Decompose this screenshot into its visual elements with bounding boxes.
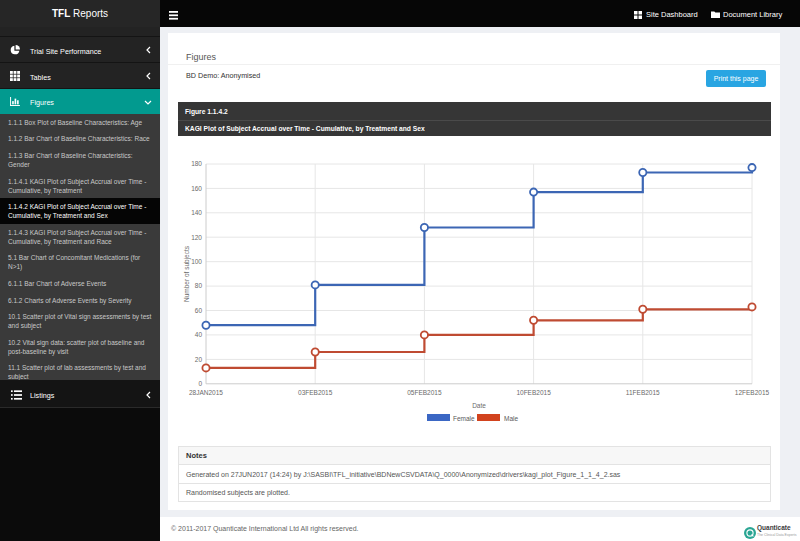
svg-text:Male: Male xyxy=(504,415,518,422)
svg-text:28JAN2015: 28JAN2015 xyxy=(189,389,223,396)
svg-text:03FEB2015: 03FEB2015 xyxy=(298,389,333,396)
svg-text:20: 20 xyxy=(195,356,203,363)
svg-text:140: 140 xyxy=(191,209,202,216)
svg-text:Number of subjects: Number of subjects xyxy=(183,245,191,302)
svg-text:0: 0 xyxy=(198,380,202,387)
svg-text:Date: Date xyxy=(472,402,486,409)
svg-text:100: 100 xyxy=(191,258,202,265)
svg-text:160: 160 xyxy=(191,185,202,192)
svg-text:05FEB2015: 05FEB2015 xyxy=(407,389,442,396)
svg-text:10FEB2015: 10FEB2015 xyxy=(516,389,551,396)
svg-text:120: 120 xyxy=(191,234,202,241)
svg-text:80: 80 xyxy=(195,282,203,289)
svg-text:180: 180 xyxy=(191,160,202,167)
svg-text:Female: Female xyxy=(453,415,475,422)
svg-text:60: 60 xyxy=(195,307,203,314)
svg-text:12FEB2015: 12FEB2015 xyxy=(735,389,770,396)
svg-text:11FEB2015: 11FEB2015 xyxy=(626,389,660,396)
svg-text:40: 40 xyxy=(195,331,203,338)
